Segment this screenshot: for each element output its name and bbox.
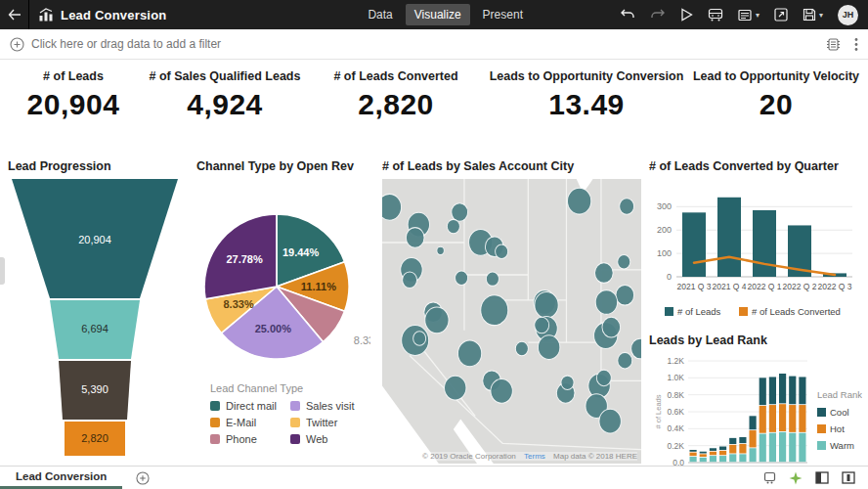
map-terms-link[interactable]: Terms bbox=[524, 452, 545, 461]
redo-button[interactable] bbox=[650, 8, 666, 22]
stacked-bar-segment[interactable] bbox=[779, 404, 786, 431]
map-bubble[interactable] bbox=[457, 340, 481, 367]
map-bubble[interactable] bbox=[561, 376, 574, 389]
legend-label[interactable]: Cool bbox=[830, 407, 849, 418]
combo-chart[interactable]: 01002003002021 Q 32021 Q 42022 Q 12022 Q… bbox=[649, 179, 862, 328]
refresh-data-button[interactable] bbox=[708, 8, 723, 22]
stacked-bar-segment[interactable] bbox=[750, 448, 757, 462]
stacked-bar-segment[interactable] bbox=[779, 432, 786, 462]
preview-button[interactable] bbox=[680, 8, 693, 22]
legend-label[interactable]: Warm bbox=[830, 440, 854, 451]
stacked-bar-segment[interactable] bbox=[710, 448, 716, 451]
add-canvas-button[interactable] bbox=[136, 471, 150, 485]
legend-item[interactable]: E-Mail bbox=[210, 417, 277, 428]
funnel-chart[interactable]: 20,9046,6945,3902,820 bbox=[8, 179, 182, 458]
map-bubble[interactable] bbox=[481, 295, 508, 326]
stacked-bar-segment[interactable] bbox=[719, 451, 726, 455]
map-bubble[interactable] bbox=[568, 188, 591, 214]
stacked-bar-segment[interactable] bbox=[750, 430, 757, 447]
legend-label[interactable]: Hot bbox=[830, 423, 845, 434]
map-bubble[interactable] bbox=[445, 376, 466, 400]
stacked-bar-segment[interactable] bbox=[700, 452, 707, 454]
stacked-bar-segment[interactable] bbox=[729, 454, 736, 462]
map-bubble[interactable] bbox=[456, 271, 468, 285]
stacked-bar-segment[interactable] bbox=[789, 405, 796, 432]
stacked-bar-segment[interactable] bbox=[769, 377, 776, 404]
save-button[interactable]: ▾ bbox=[803, 8, 823, 22]
map-bubble[interactable] bbox=[620, 199, 634, 215]
kpi-tile[interactable]: Leads to Opportunity Conversion 13.49 bbox=[489, 69, 684, 134]
stacked-bar-segment[interactable] bbox=[739, 444, 746, 454]
map-bubble[interactable] bbox=[437, 246, 444, 254]
map-bubble[interactable] bbox=[618, 254, 630, 268]
kpi-tile[interactable]: # of Sales Qualified Leads 4,924 bbox=[147, 69, 303, 134]
legend-item[interactable]: Phone bbox=[210, 433, 277, 445]
stacked-bar-segment[interactable] bbox=[719, 447, 726, 451]
add-filter-icon[interactable] bbox=[10, 37, 24, 52]
tab-present[interactable]: Present bbox=[474, 4, 532, 25]
tab-data[interactable]: Data bbox=[359, 4, 401, 25]
map-bubble[interactable] bbox=[406, 228, 424, 248]
layout-sidebar-button[interactable] bbox=[815, 471, 829, 484]
stacked-bar-segment[interactable] bbox=[729, 445, 736, 454]
pie-chart[interactable]: 19.44%11.11%8.33%25.00%8.33%27.78% bbox=[196, 179, 370, 375]
stacked-bar-segment[interactable] bbox=[690, 450, 697, 452]
stacked-bar-segment[interactable] bbox=[769, 433, 776, 463]
kpi-tile[interactable]: # of Leads 20,904 bbox=[0, 69, 147, 134]
filter-placeholder[interactable]: Click here or drag data to add a filter bbox=[31, 37, 221, 51]
auto-insights-button[interactable] bbox=[789, 471, 803, 485]
legend-label[interactable]: # of Leads Converted bbox=[752, 306, 841, 317]
filter-settings-button[interactable] bbox=[826, 37, 841, 52]
stacked-bar-segment[interactable] bbox=[799, 377, 805, 404]
stacked-bar-segment[interactable] bbox=[769, 405, 776, 432]
map-bubble[interactable] bbox=[595, 263, 614, 284]
stacked-bar-segment[interactable] bbox=[760, 406, 766, 433]
map-bubble[interactable] bbox=[618, 352, 632, 369]
map-bubble[interactable] bbox=[447, 219, 459, 233]
legend-item[interactable]: Web bbox=[290, 433, 355, 445]
map-bubble[interactable] bbox=[413, 332, 426, 345]
stacked-bar-segment[interactable] bbox=[729, 438, 736, 444]
panel-collapse-handle[interactable] bbox=[0, 257, 5, 285]
stacked-bar-segment[interactable] bbox=[739, 437, 746, 443]
legend-item[interactable]: Twitter bbox=[290, 417, 355, 428]
map-bubble[interactable] bbox=[486, 272, 499, 286]
stacked-bar-chart[interactable]: 0.00.2K0.4K0.6K0.8K1.0K1.2K# of LeadsLea… bbox=[649, 353, 862, 484]
stacked-bar-segment[interactable] bbox=[719, 456, 726, 462]
legend-item[interactable]: Sales visit bbox=[290, 400, 355, 412]
map-bubble[interactable] bbox=[496, 244, 508, 258]
map-bubble[interactable] bbox=[596, 370, 611, 386]
stacked-bar-segment[interactable] bbox=[750, 416, 757, 429]
stacked-bar-segment[interactable] bbox=[690, 453, 697, 457]
stacked-bar-segment[interactable] bbox=[710, 452, 716, 456]
map-bubble[interactable] bbox=[538, 335, 559, 360]
stacked-bar-segment[interactable] bbox=[789, 377, 796, 405]
stacked-bar-segment[interactable] bbox=[690, 457, 697, 462]
map-bubble[interactable] bbox=[452, 203, 468, 222]
map-bubble[interactable] bbox=[535, 291, 558, 318]
layout-center-button[interactable] bbox=[842, 471, 855, 484]
legend-item[interactable]: Direct mail bbox=[210, 400, 277, 412]
bar[interactable] bbox=[682, 212, 706, 277]
bar[interactable] bbox=[753, 210, 776, 277]
map-bubble[interactable] bbox=[425, 307, 449, 333]
stacked-bar-segment[interactable] bbox=[789, 433, 796, 463]
undo-button[interactable] bbox=[620, 8, 635, 22]
bubble-map[interactable]: © 2019 Oracle Corporation Terms Map data… bbox=[382, 179, 641, 464]
stacked-bar-segment[interactable] bbox=[799, 405, 805, 432]
map-bubble[interactable] bbox=[602, 317, 621, 337]
stacked-bar-segment[interactable] bbox=[700, 458, 707, 462]
device-preview-button[interactable] bbox=[763, 471, 776, 484]
stacked-bar-segment[interactable] bbox=[760, 378, 766, 405]
map-bubble[interactable] bbox=[616, 285, 634, 305]
map-bubble[interactable] bbox=[382, 194, 402, 220]
legend-label[interactable]: # of Leads bbox=[677, 306, 721, 317]
stacked-bar-segment[interactable] bbox=[710, 456, 716, 462]
map-bubble[interactable] bbox=[535, 317, 549, 333]
stacked-bar-segment[interactable] bbox=[799, 433, 805, 463]
kpi-tile[interactable]: # of Leads Converted 2,820 bbox=[303, 69, 489, 134]
map-bubble[interactable] bbox=[599, 409, 621, 433]
canvas-tab[interactable]: Lead Conversion bbox=[0, 467, 122, 489]
map-bubble[interactable] bbox=[491, 378, 512, 403]
avatar[interactable]: JH bbox=[838, 5, 858, 25]
